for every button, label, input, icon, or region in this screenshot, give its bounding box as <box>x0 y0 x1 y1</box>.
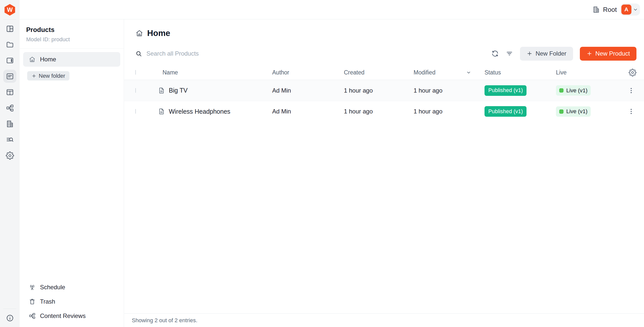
entry-modified: 1 hour ago <box>414 87 485 94</box>
filter-button[interactable] <box>506 50 513 57</box>
live-badge: Live (v1) <box>556 85 591 96</box>
main-content: Home New Folder New Product Name <box>124 19 644 327</box>
search-list-icon <box>6 136 14 144</box>
row-checkbox[interactable] <box>135 109 136 114</box>
table-row[interactable]: Big TV Ad Min 1 hour ago 1 hour ago Publ… <box>124 80 644 101</box>
sidebar-item-label: Trash <box>40 298 55 305</box>
entry-created: 1 hour ago <box>344 108 414 115</box>
new-product-button[interactable]: New Product <box>580 47 636 61</box>
rail-item-layout[interactable] <box>3 22 16 35</box>
select-all-checkbox[interactable] <box>135 70 136 75</box>
search-input[interactable] <box>146 50 323 57</box>
refresh-icon <box>491 50 499 57</box>
broadcast-icon <box>29 284 36 291</box>
rail-item-settings[interactable] <box>3 149 16 162</box>
model-title: Products <box>26 26 117 34</box>
content-entries-icon <box>6 72 14 80</box>
flow-icon <box>6 104 14 112</box>
toolbar: New Folder New Product <box>124 47 644 61</box>
new-folder-button[interactable]: New Folder <box>520 47 573 61</box>
tenant-label: Root <box>603 6 617 14</box>
column-header-created[interactable]: Created <box>344 69 414 76</box>
webiny-logo[interactable]: W <box>5 4 15 16</box>
sidebar-header: Products Model ID: product <box>20 19 124 49</box>
rail-item-tenants[interactable] <box>3 117 16 130</box>
logo-letter: W <box>7 6 13 13</box>
entry-author: Ad Min <box>272 87 344 94</box>
sidebar-panel: Products Model ID: product Home New fold… <box>20 19 124 327</box>
table-settings-button[interactable] <box>629 69 636 76</box>
building-icon <box>592 6 600 13</box>
sort-chevron-icon[interactable] <box>466 70 471 75</box>
live-dot <box>559 109 564 114</box>
top-bar: Root A <box>20 0 644 19</box>
search-icon <box>135 50 142 57</box>
row-actions-menu[interactable] <box>627 87 635 94</box>
folder-tree: Home New folder <box>20 49 124 84</box>
folder-icon <box>6 40 14 49</box>
new-folder-chip-label: New folder <box>39 73 65 79</box>
workflow-icon <box>29 312 36 319</box>
status-badge: Published (v1) <box>485 85 527 96</box>
plus-icon <box>586 51 592 57</box>
column-header-modified[interactable]: Modified <box>414 69 485 76</box>
sidebar-item-trash[interactable]: Trash <box>29 294 124 309</box>
live-badge-label: Live (v1) <box>566 87 587 94</box>
table-row[interactable]: Wireless Headphones Ad Min 1 hour ago 1 … <box>124 101 644 122</box>
gear-icon <box>629 69 636 76</box>
rail-item-audit-logs[interactable] <box>3 133 16 146</box>
entries-count-footer: Showing 2 out of 2 entries. <box>124 313 644 327</box>
table-icon <box>6 88 14 96</box>
live-badge-label: Live (v1) <box>566 108 587 115</box>
live-dot <box>559 88 564 93</box>
row-checkbox[interactable] <box>135 88 136 93</box>
rail-item-tables[interactable] <box>3 86 16 99</box>
entry-name[interactable]: Big TV <box>169 87 188 94</box>
column-header-modified-label: Modified <box>414 69 435 76</box>
trash-icon <box>29 298 36 305</box>
page-title-row: Home <box>124 19 644 38</box>
kebab-icon <box>627 87 635 94</box>
sidebar-item-label: Content Reviews <box>40 312 86 319</box>
entry-name[interactable]: Wireless Headphones <box>169 108 230 115</box>
sidebar-item-content-reviews[interactable]: Content Reviews <box>29 309 124 323</box>
document-icon <box>158 108 165 115</box>
tenant-selector[interactable]: Root <box>592 6 617 14</box>
sidebar-bottom-nav: Schedule Trash Content Reviews <box>20 280 124 327</box>
building-icon <box>6 120 14 128</box>
rail-item-folders[interactable] <box>3 38 16 51</box>
rail-bottom <box>3 309 16 327</box>
avatar: A <box>621 5 631 15</box>
column-header-live[interactable]: Live <box>556 69 614 76</box>
search-bar <box>135 50 491 57</box>
toolbar-actions: New Folder New Product <box>491 47 636 61</box>
icon-rail: W <box>0 0 20 327</box>
sidebar-item-schedule[interactable]: Schedule <box>29 280 124 294</box>
rail-item-info[interactable] <box>3 311 16 324</box>
status-badge: Published (v1) <box>485 106 527 117</box>
row-actions-menu[interactable] <box>627 108 635 115</box>
rail-item-workflows[interactable] <box>3 101 16 114</box>
rail-item-headless-cms[interactable] <box>3 70 16 83</box>
column-header-status[interactable]: Status <box>485 69 556 76</box>
user-menu[interactable]: A <box>620 4 640 16</box>
new-folder-chip[interactable]: New folder <box>27 71 69 80</box>
rail-item-page-builder[interactable] <box>3 54 16 67</box>
home-icon <box>135 29 143 37</box>
entry-created: 1 hour ago <box>344 87 414 94</box>
new-folder-button-label: New Folder <box>536 50 567 57</box>
sidebar-item-home[interactable]: Home <box>23 52 120 67</box>
page-title: Home <box>147 28 170 38</box>
entry-modified: 1 hour ago <box>414 108 485 115</box>
column-header-name[interactable]: Name <box>158 69 272 76</box>
filter-icon <box>506 50 513 57</box>
layout-icon <box>6 25 14 33</box>
refresh-button[interactable] <box>491 50 499 57</box>
rail-divider <box>3 309 16 309</box>
new-product-button-label: New Product <box>595 50 630 57</box>
home-icon <box>29 56 36 63</box>
table-empty-space <box>124 122 644 313</box>
sidebar-item-label: Home <box>40 56 56 63</box>
column-header-author[interactable]: Author <box>272 69 344 76</box>
sidebar-item-label: Schedule <box>40 284 65 291</box>
